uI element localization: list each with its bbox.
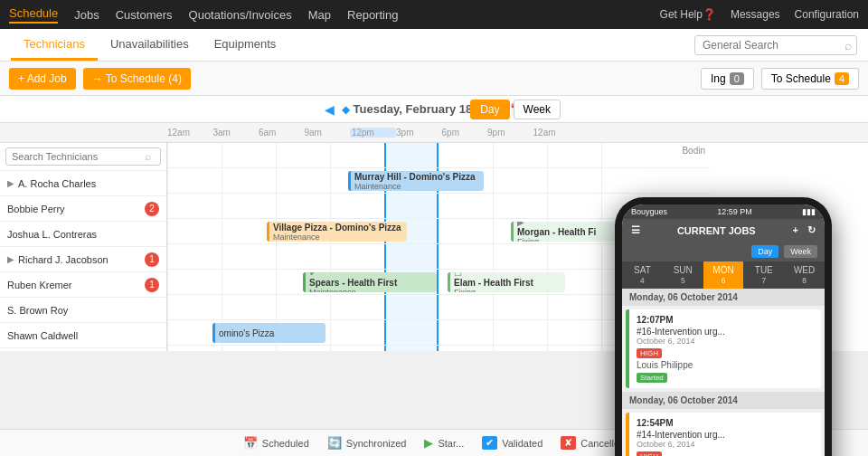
event-village-sub: Maintenance: [273, 233, 401, 242]
phone-header-icons: + ↻: [793, 224, 816, 236]
phone-screen: Bouygues 12:59 PM ▮▮▮ ☰ CURRENT JOBS + ↻: [622, 204, 825, 456]
phone-job2-time: 12:54PM: [637, 418, 814, 428]
tech-name-shawncaldwell: Shawn Caldwell: [7, 330, 78, 341]
tech-name-bobbieperry: Bobbie Perry: [7, 204, 65, 214]
phone-add-icon[interactable]: +: [793, 224, 798, 236]
to-schedule-status-btn[interactable]: To Schedule 4: [761, 68, 859, 90]
nav-quotations[interactable]: Quotations/Invoices: [189, 8, 292, 22]
general-search-input[interactable]: [694, 35, 857, 55]
time-label-9am: 9am: [304, 128, 349, 138]
phone-view-toggle: Day Week: [622, 242, 825, 261]
tech-name-richardjacobson: ▶ Richard J. Jacobson: [7, 254, 108, 265]
tech-name-arochacharles: ▶ A. Rocha Charles: [7, 178, 96, 189]
nav-get-help[interactable]: Get Help❓: [660, 8, 716, 21]
legend-scheduled: 📅 Scheduled: [243, 436, 309, 450]
time-label-6am: 6am: [259, 128, 304, 138]
phone-tab-sun[interactable]: SUN5: [663, 261, 703, 289]
phone-day-btn[interactable]: Day: [751, 245, 778, 258]
calendar-legend-icon: 📅: [243, 436, 258, 450]
time-label-9pm: 9pm: [487, 128, 533, 138]
event-spears[interactable]: ✔ Spears - Health First Maintenance: [303, 272, 437, 292]
sub-nav-tabs: Technicians Unavailabilities Equipments: [11, 30, 288, 61]
event-sub: Maintenance: [354, 182, 476, 191]
phone-frame: Bouygues 12:59 PM ▮▮▮ ☰ CURRENT JOBS + ↻: [615, 197, 832, 456]
tech-badge-bobbieperry: 2: [145, 202, 159, 216]
phone-tab-wed[interactable]: WED8: [784, 261, 825, 289]
top-nav-right: Get Help❓ Messages Configuration: [660, 8, 859, 21]
phone-job1-priority: HIGH: [637, 348, 662, 358]
tech-name-joshuacontreras: Joshua L. Contreras: [7, 229, 97, 240]
phone-status-bar: Bouygues 12:59 PM ▮▮▮: [622, 204, 825, 219]
event-title: Murray Hill - Domino's Pizza: [354, 172, 476, 182]
legend-validated-label: Validated: [502, 438, 542, 449]
time-label-12am: 12am: [167, 128, 212, 138]
nav-configuration[interactable]: Configuration: [795, 8, 859, 21]
event-murray-hill[interactable]: Murray Hill - Domino's Pizza Maintenance: [348, 171, 484, 191]
phone-weekday-tabs: SAT4 SUN5 MON6 TUE7 WED8: [622, 261, 825, 289]
tab-technicians[interactable]: Technicians: [11, 30, 98, 61]
phone-refresh-icon[interactable]: ↻: [807, 224, 816, 236]
event-village-title: Village Pizza - Domino's Pizza: [273, 223, 401, 233]
nav-schedule[interactable]: Schedule: [9, 6, 58, 24]
to-schedule-badge: 4: [835, 72, 849, 85]
phone-tab-sat[interactable]: SAT4: [622, 261, 663, 289]
nav-reporting[interactable]: Reporting: [347, 8, 398, 22]
phone-job2-date: October 6, 2014: [637, 440, 814, 449]
calendar-header: ◀ ◆ Tuesday, February 18, 2014 📅 ▶ Day W…: [0, 96, 868, 123]
phone-tab-tue[interactable]: TUE7: [743, 261, 784, 289]
tech-row-joshuacontreras[interactable]: Joshua L. Contreras: [0, 222, 166, 247]
week-view-button[interactable]: Week: [514, 100, 561, 119]
phone-tab-mon[interactable]: MON6: [703, 261, 744, 289]
phone-job1-status: Started: [637, 373, 667, 383]
tech-row-sbrownroy[interactable]: S. Brown Roy: [0, 298, 166, 323]
legend-validated: ✔ Validated: [482, 436, 542, 450]
nav-messages[interactable]: Messages: [731, 8, 780, 21]
tab-equipments[interactable]: Equipments: [202, 30, 289, 61]
legend-synchronized-label: Synchronized: [346, 438, 407, 449]
add-job-button[interactable]: + Add Job: [9, 68, 76, 90]
tech-search-wrap: ⌕: [0, 143, 166, 171]
phone-job-1[interactable]: 12:07PM #16-Intervention urg... October …: [626, 309, 821, 388]
phone-job1-person: Louis Philippe: [637, 360, 814, 370]
event-elam[interactable]: ☐ Elam - Health First Fixing: [448, 272, 565, 292]
top-nav: Schedule Jobs Customers Quotations/Invoi…: [0, 0, 868, 29]
tab-unavailabilities[interactable]: Unavailabilities: [98, 30, 202, 61]
nav-jobs[interactable]: Jobs: [74, 8, 99, 22]
tech-row-arochacharles[interactable]: ▶ A. Rocha Charles: [0, 171, 166, 196]
phone-job1-time: 12:07PM: [637, 315, 814, 325]
phone-week-btn[interactable]: Week: [784, 245, 817, 258]
tech-name-rubenkremer: Ruben Kremer: [7, 280, 72, 290]
tech-badge-richardjacobson: 1: [145, 252, 159, 267]
sub-nav: Technicians Unavailabilities Equipments: [0, 29, 868, 62]
tech-search-input[interactable]: [5, 147, 161, 166]
app-wrapper: Schedule Jobs Customers Quotations/Invoi…: [0, 0, 868, 456]
bodin-label-1: Bodin: [682, 146, 705, 156]
time-label-12am-end: 12am: [533, 128, 579, 138]
nav-customers[interactable]: Customers: [116, 8, 173, 22]
event-spears-title: Spears - Health First: [309, 278, 397, 288]
prev-day-button[interactable]: ◀: [317, 102, 342, 117]
tech-row-richardjacobson[interactable]: ▶ Richard J. Jacobson 1: [0, 247, 166, 272]
phone-job-2[interactable]: 12:54PM #14-Intervention urg... October …: [626, 413, 821, 456]
day-view-button[interactable]: Day: [470, 100, 509, 119]
search-wrap: [694, 35, 857, 55]
to-schedule-status-label: To Schedule: [771, 72, 831, 85]
time-label-3pm: 3pm: [396, 128, 441, 138]
tech-row-shawncaldwell[interactable]: Shawn Caldwell: [0, 323, 166, 348]
event-dominos[interactable]: omino's Pizza: [212, 323, 326, 343]
sub-nav-right: [694, 35, 857, 55]
to-schedule-button[interactable]: → To Schedule (4): [83, 68, 191, 90]
expand-icon: ▶: [7, 178, 14, 188]
tech-row-thomasrsmall[interactable]: ▶ Thomas R. Small: [0, 348, 166, 351]
phone-job1-date: October 6, 2014: [637, 337, 814, 346]
tech-row-bobbieperry[interactable]: Bobbie Perry 2: [0, 196, 166, 222]
expand-icon-2: ▶: [7, 254, 14, 264]
event-village-pizza[interactable]: Village Pizza - Domino's Pizza Maintenan…: [267, 222, 407, 242]
nav-map[interactable]: Map: [308, 8, 331, 22]
tech-row-rubenkremer[interactable]: Ruben Kremer 1: [0, 272, 166, 298]
processing-btn[interactable]: Ing 0: [701, 68, 754, 90]
hamburger-icon[interactable]: ☰: [631, 224, 640, 236]
phone-day-label-1: Monday, 06 October 2014: [622, 289, 825, 306]
toolbar-left: + Add Job → To Schedule (4): [9, 68, 191, 90]
phone-job1-title: #16-Intervention urg...: [637, 327, 814, 337]
